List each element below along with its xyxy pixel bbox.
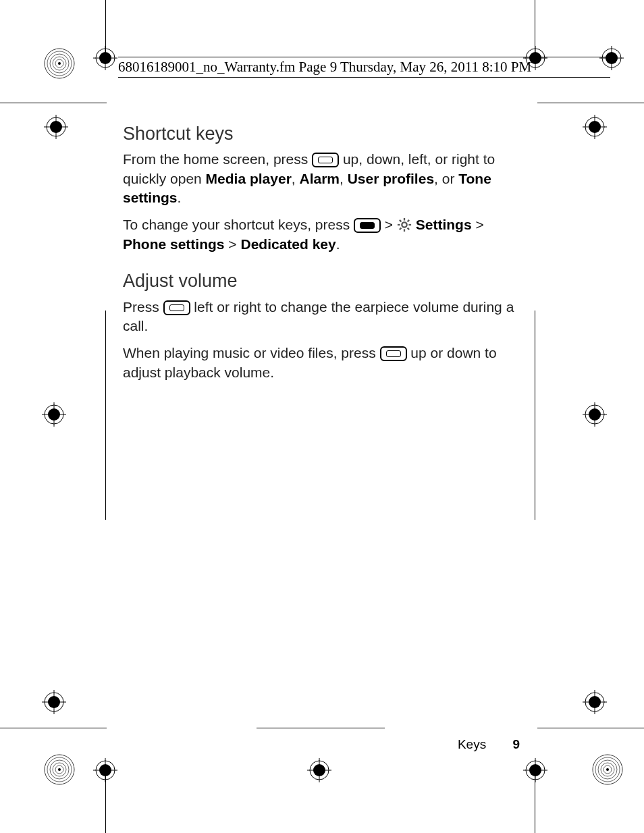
spiral-mark-icon: [43, 753, 76, 786]
registration-mark-icon: [583, 690, 607, 714]
svg-point-37: [48, 696, 60, 708]
svg-point-5: [58, 62, 61, 65]
svg-point-11: [58, 768, 61, 771]
svg-point-65: [529, 764, 541, 776]
nav-key-icon: [380, 346, 407, 361]
svg-point-33: [589, 408, 601, 421]
registration-mark-icon: [42, 690, 66, 714]
footer-section-label: Keys: [458, 737, 486, 751]
text-run: ,: [340, 171, 348, 186]
text-run: When playing music or video files, press: [123, 345, 380, 360]
crop-line: [0, 728, 107, 728]
page-header-slug: 68016189001_no_Warranty.fm Page 9 Thursd…: [118, 57, 610, 78]
nav-key-icon: [312, 153, 339, 167]
text-run: Press: [123, 299, 163, 315]
svg-line-74: [408, 220, 410, 222]
svg-point-41: [589, 696, 601, 708]
paragraph: To change your shortcut keys, press > Se…: [123, 215, 518, 254]
registration-mark-icon: [93, 46, 117, 70]
registration-mark-icon: [583, 115, 607, 139]
svg-line-71: [400, 220, 402, 222]
text-run: From the home screen, press: [123, 151, 312, 167]
svg-point-61: [313, 764, 325, 776]
svg-point-25: [589, 121, 601, 133]
crop-line: [537, 728, 644, 728]
page-content: Shortcut keys From the home screen, pres…: [123, 122, 518, 390]
paragraph: From the home screen, press up, down, le…: [123, 150, 518, 207]
text-run: .: [178, 190, 182, 205]
spiral-mark-icon: [43, 47, 76, 80]
registration-mark-icon: [93, 758, 117, 782]
center-key-icon: [354, 218, 381, 233]
bold-text: Phone settings: [123, 236, 225, 252]
bold-text: User profiles: [348, 171, 434, 186]
text-run: ,: [292, 171, 300, 186]
text-run: >: [472, 217, 484, 232]
spiral-mark-icon: [591, 753, 624, 786]
text-run: >: [381, 217, 397, 232]
crop-line: [0, 103, 107, 103]
crop-line: [257, 728, 385, 728]
heading-shortcut-keys: Shortcut keys: [123, 122, 518, 146]
bold-text: Settings: [416, 217, 472, 232]
bold-text: Dedicated key: [240, 236, 336, 252]
paragraph: Press left or right to change the earpie…: [123, 298, 518, 336]
crop-line: [535, 311, 535, 520]
svg-line-72: [408, 228, 410, 230]
heading-adjust-volume: Adjust volume: [123, 269, 518, 293]
svg-point-45: [99, 52, 111, 64]
bold-text: Media player: [206, 171, 292, 186]
svg-point-66: [402, 223, 406, 227]
nav-key-icon: [163, 300, 190, 315]
crop-line: [537, 103, 644, 103]
bold-text: Alarm: [299, 171, 340, 186]
registration-mark-icon: [42, 402, 66, 427]
text-run: .: [336, 236, 340, 252]
paragraph: When playing music or video files, press…: [123, 344, 518, 382]
svg-point-21: [50, 121, 62, 133]
svg-point-17: [606, 768, 609, 771]
page-number: 9: [512, 737, 520, 751]
registration-mark-icon: [44, 115, 68, 139]
svg-point-57: [99, 764, 111, 776]
registration-mark-icon: [307, 758, 331, 782]
page-footer: Keys 9: [0, 737, 520, 752]
text-run: To change your shortcut keys, press: [123, 217, 354, 232]
svg-point-29: [48, 408, 60, 421]
registration-mark-icon: [523, 758, 547, 782]
svg-line-73: [400, 228, 402, 230]
registration-mark-icon: [583, 402, 607, 427]
crop-line: [105, 311, 106, 520]
text-run: , or: [434, 171, 458, 186]
gear-icon: [397, 217, 412, 232]
text-run: >: [225, 236, 241, 252]
